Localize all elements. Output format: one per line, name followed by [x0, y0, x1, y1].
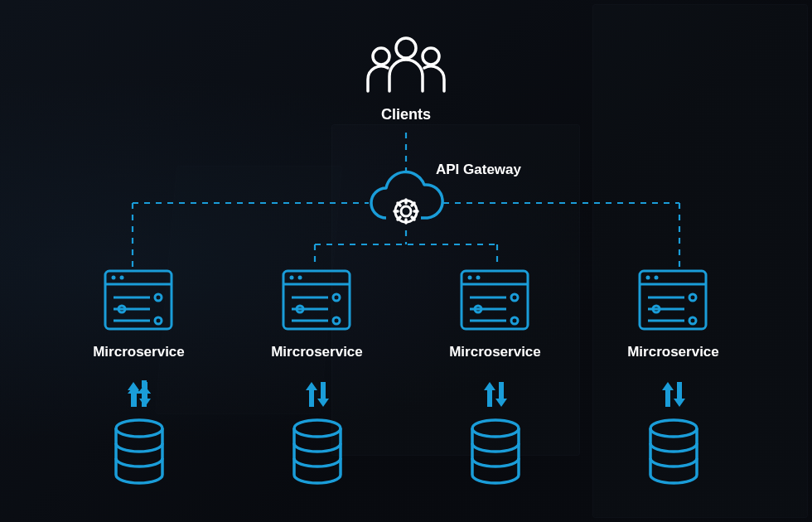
server-icon — [636, 268, 709, 336]
sync-arrows-row — [0, 377, 812, 412]
microservice-label: Mircroservice — [271, 344, 363, 360]
svg-point-47 — [511, 294, 518, 301]
svg-point-61 — [689, 317, 696, 324]
svg-point-10 — [373, 48, 389, 65]
svg-point-55 — [655, 276, 659, 280]
svg-point-54 — [646, 276, 650, 280]
bidirectional-arrow-icon — [477, 377, 514, 412]
databases-row — [0, 418, 812, 488]
svg-point-57 — [689, 294, 696, 301]
svg-point-24 — [112, 276, 116, 280]
cloud-gear-icon — [363, 220, 449, 234]
microservice-label: Mircroservice — [627, 344, 719, 360]
svg-point-44 — [468, 276, 472, 280]
architecture-diagram: Clients API Gateway — [0, 0, 812, 522]
microservice-node: Mircroservice — [627, 268, 719, 360]
clients-node: Clients — [356, 31, 456, 123]
database-icon — [109, 418, 169, 488]
database-icon — [466, 418, 525, 488]
svg-point-63 — [294, 420, 341, 437]
server-icon — [458, 268, 531, 336]
bidirectional-arrow-icon — [655, 377, 692, 412]
svg-point-11 — [423, 48, 439, 65]
svg-point-41 — [333, 317, 340, 324]
svg-point-37 — [333, 294, 340, 301]
svg-point-45 — [476, 276, 481, 280]
microservice-label: Mircroservice — [93, 344, 185, 360]
svg-point-65 — [650, 420, 697, 437]
microservice-label: Mircroservice — [449, 344, 541, 360]
bidirectional-arrow-icon — [299, 377, 336, 412]
svg-point-9 — [396, 38, 416, 58]
svg-point-62 — [116, 420, 162, 437]
database-icon — [644, 418, 703, 488]
microservice-node: Mircroservice — [449, 268, 541, 360]
server-icon — [280, 268, 353, 336]
microservices-row: Mircroservice — [0, 268, 812, 360]
database-icon — [288, 418, 347, 488]
microservice-node: Mircroservice — [93, 268, 185, 360]
api-gateway-node — [363, 170, 449, 234]
svg-point-64 — [472, 420, 519, 437]
svg-point-34 — [290, 276, 294, 280]
clients-label: Clients — [356, 106, 456, 123]
svg-point-51 — [511, 317, 518, 324]
clients-icon — [356, 86, 456, 100]
microservice-node: Mircroservice — [271, 268, 363, 360]
svg-point-35 — [298, 276, 302, 280]
svg-point-31 — [155, 317, 162, 324]
server-icon — [102, 268, 175, 336]
svg-point-12 — [401, 206, 411, 216]
svg-point-25 — [120, 276, 124, 280]
bidirectional-arrow-icon — [121, 377, 157, 412]
svg-point-27 — [155, 294, 162, 301]
